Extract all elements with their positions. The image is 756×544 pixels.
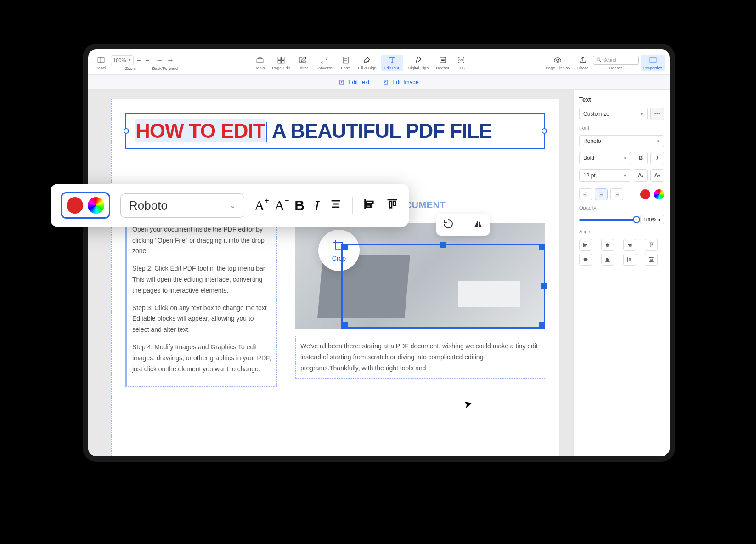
main-toolbar: Panel 100% ▼ − + Zoom ← → Back/Forward T [88,49,670,75]
text-cursor-icon [388,56,397,65]
grid-icon [276,56,286,65]
font-decrease-button[interactable]: A▾ [650,169,664,182]
color-red-swatch[interactable] [640,189,650,199]
color-wheel-button[interactable] [88,197,104,214]
crop-handle-br[interactable] [539,322,545,329]
align-obj-left[interactable] [579,239,592,251]
italic-button[interactable]: I [650,152,664,164]
edit-image-button[interactable]: Edit Image [383,79,418,85]
ocr-button[interactable]: OCR OCR [454,55,468,71]
forward-button[interactable]: → [167,56,174,64]
panel-button[interactable]: Panel [93,55,109,71]
font-increase-button[interactable]: A+ [254,198,265,213]
page-display-button[interactable]: Page Display [543,55,573,71]
svg-rect-29 [584,244,587,245]
page-edit-button[interactable]: Page Edit [269,55,293,71]
style-dropdown[interactable]: Customize▼ [579,108,648,120]
zoom-dropdown[interactable]: 100% ▼ [111,55,134,65]
search-input[interactable]: Search [593,56,639,65]
eye-icon [553,56,562,65]
chevron-down-icon: ▼ [128,58,131,62]
opacity-slider[interactable] [579,219,637,221]
crop-handle-bl[interactable] [341,322,348,329]
edit-pdf-button[interactable]: Edit PDF [381,55,403,71]
crop-handle-tm[interactable] [440,242,446,248]
align-left-object-button[interactable] [363,198,376,214]
bold-button[interactable]: B [294,198,305,213]
crop-handle-tl[interactable] [341,244,348,250]
align-right-button[interactable] [610,188,623,200]
form-button[interactable]: Form [338,55,353,71]
align-obj-vcenter[interactable] [579,254,592,266]
svg-rect-57 [367,205,371,207]
right-body-text-box[interactable]: We've all been there: staring at a PDF d… [295,336,545,379]
form-icon [341,56,350,65]
redact-button[interactable]: Redact [433,55,452,71]
font-weight-dropdown[interactable]: Bold▼ [579,152,631,164]
document-image[interactable]: Crop [295,223,545,329]
fill-sign-button[interactable]: Fill & Sign [355,55,379,71]
svg-rect-14 [650,57,656,63]
color-red-button[interactable] [67,197,83,214]
svg-rect-11 [441,59,445,61]
svg-rect-0 [98,57,104,63]
converter-button[interactable]: Converter [313,55,337,71]
properties-button[interactable]: Properties [641,55,665,71]
opacity-label: Opacity [579,205,664,210]
chevron-down-icon: ▼ [640,112,643,116]
svg-rect-60 [393,201,395,205]
share-button[interactable]: Share [575,55,591,71]
edit-text-button[interactable]: Edit Text [339,79,369,85]
sub-toolbar: Edit Text Edit Image [88,75,670,90]
font-size-dropdown[interactable]: 12 pt▼ [579,169,631,182]
image-tools-popup [436,214,490,236]
style-more-button[interactable]: ••• [650,108,664,120]
distribute-horizontal[interactable] [623,254,636,266]
font-increase-button[interactable]: A▴ [634,169,648,182]
chevron-down-icon: ⌄ [230,201,236,210]
font-family-dropdown[interactable]: Roboto▼ [579,135,664,147]
align-obj-hcenter[interactable] [601,239,614,251]
sign-icon [362,56,372,65]
svg-rect-56 [367,201,373,204]
align-left-button[interactable] [579,188,592,200]
tools-button[interactable]: Tools [252,55,267,71]
italic-button[interactable]: I [315,198,319,213]
align-obj-right[interactable] [623,239,636,251]
title-text-box[interactable]: HOW TO EDIT A BEAUTIFUL PDF FILE [125,113,545,149]
crop-selection[interactable] [341,244,545,329]
rotate-button[interactable] [443,218,454,231]
zoom-in-button[interactable]: + [144,57,150,64]
opacity-value-dropdown[interactable]: 100%▼ [640,215,664,224]
font-family-select[interactable]: Roboto ⌄ [120,193,244,218]
crop-handle-rm[interactable] [541,283,547,289]
font-decrease-button[interactable]: A− [275,198,285,213]
align-obj-top[interactable] [645,239,658,251]
title-text[interactable]: HOW TO EDIT A BEAUTIFUL PDF FILE [135,119,492,142]
svg-text:OCR: OCR [458,59,464,62]
back-button[interactable]: ← [156,56,163,64]
align-top-object-button[interactable] [386,198,399,214]
align-obj-bottom[interactable] [601,254,614,266]
svg-rect-59 [389,201,392,208]
document-page: HOW TO EDIT A BEAUTIFUL PDF FILE HOW TO … [111,99,559,456]
properties-icon [649,56,658,65]
flip-button[interactable] [473,218,484,231]
ocr-icon: OCR [457,56,466,65]
svg-rect-48 [629,259,630,261]
align-center-button[interactable] [329,198,342,214]
color-picker-button[interactable] [654,189,664,199]
canvas[interactable]: HOW TO EDIT A BEAUTIFUL PDF FILE HOW TO … [88,90,573,456]
digital-sign-button[interactable]: Digital Sign [405,55,432,71]
svg-rect-45 [608,259,609,261]
distribute-vertical[interactable] [645,254,658,266]
zoom-out-button[interactable]: − [135,57,142,64]
zoom-group: 100% ▼ − + Zoom [111,55,150,71]
svg-rect-6 [281,60,284,63]
separator [352,197,353,214]
svg-rect-36 [629,245,631,246]
editor-button[interactable]: Editor [294,55,311,71]
align-center-button[interactable] [595,188,608,200]
bold-button[interactable]: B [634,152,648,164]
crop-handle-tr[interactable] [539,244,545,250]
